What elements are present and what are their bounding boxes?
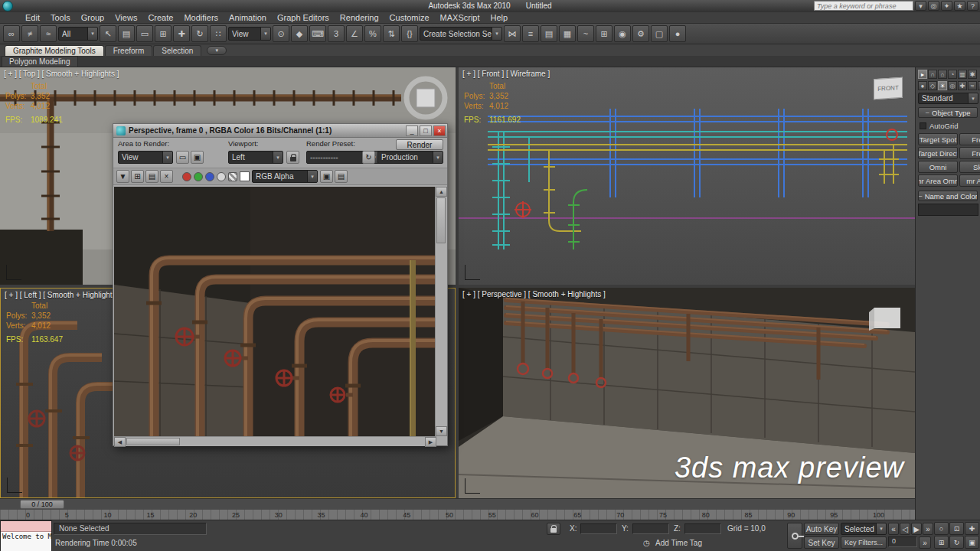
z-coordinate-field[interactable] xyxy=(684,523,721,534)
object-type-rollout[interactable]: −Object Type xyxy=(918,107,978,118)
zoom-region-icon[interactable]: ⊞ xyxy=(934,536,949,549)
orbit-icon[interactable]: ↻ xyxy=(949,536,964,549)
viewport-perspective[interactable]: [ + ] [ Perspective ] [ Smooth + Highlig… xyxy=(459,288,915,498)
vfb-extra-button-2[interactable]: ▤ xyxy=(335,170,348,183)
timeline-tick-label[interactable]: 40 xyxy=(360,511,368,519)
close-button[interactable]: × xyxy=(433,126,446,136)
viewport-front-label[interactable]: [ + ] [ Front ] [ Wireframe ] xyxy=(462,70,550,78)
save-image-icon[interactable]: ▼ xyxy=(116,170,129,183)
timeline-tick-label[interactable]: 60 xyxy=(531,511,539,519)
render-mode-dropdown[interactable]: Production xyxy=(377,151,443,164)
layer-manager-icon[interactable]: ▤ xyxy=(541,25,557,42)
timeline-tick-label[interactable]: 25 xyxy=(232,511,240,519)
use-pivot-point-icon[interactable]: ⊙ xyxy=(273,25,289,42)
favorites-star-icon[interactable]: ★ xyxy=(954,1,965,11)
timeline-tick-label[interactable]: 100 xyxy=(873,511,884,519)
select-and-rotate-icon[interactable]: ↻ xyxy=(191,25,208,42)
go-to-end-button[interactable]: » xyxy=(923,523,933,535)
tab-freeform[interactable]: Freeform xyxy=(105,45,153,56)
light-type-button[interactable]: Free xyxy=(959,133,980,145)
light-type-button[interactable]: Free xyxy=(959,147,980,159)
tab-selection[interactable]: Selection xyxy=(153,45,201,56)
menu-item[interactable]: MAXScript xyxy=(435,12,485,24)
timeline-tick-label[interactable]: 85 xyxy=(745,511,753,519)
rectangular-selection-icon[interactable]: ▭ xyxy=(136,25,153,42)
lock-viewport-icon[interactable] xyxy=(286,151,299,164)
object-name-field[interactable] xyxy=(918,204,978,216)
horizontal-scroll-thumb[interactable] xyxy=(126,438,180,445)
scroll-right-icon[interactable]: ▶ xyxy=(425,437,436,447)
light-type-button[interactable]: Target Direct xyxy=(918,147,958,159)
viewport-top-label[interactable]: [ + ] [ Top ] [ Smooth + Highlights ] xyxy=(4,70,119,78)
menu-item[interactable]: Group xyxy=(76,12,110,24)
timeline-tick-label[interactable]: 5 xyxy=(65,511,69,519)
pan-icon[interactable]: ✚ xyxy=(965,522,979,535)
timeline-tick-label[interactable]: 80 xyxy=(702,511,710,519)
named-selection-sets-dropdown[interactable]: Create Selection Se xyxy=(420,27,502,41)
geometry-category-icon[interactable]: ● xyxy=(918,81,927,90)
selection-filter-dropdown[interactable]: All xyxy=(58,27,98,41)
timeline-tick-label[interactable]: 20 xyxy=(189,511,197,519)
render-setup-icon[interactable]: ⚙ xyxy=(632,25,649,42)
scroll-down-icon[interactable]: ▼ xyxy=(436,426,447,436)
tab-polygon-modeling[interactable]: Polygon Modeling xyxy=(2,56,78,67)
unlink-selection-icon[interactable]: ≠ xyxy=(21,25,38,42)
menu-item[interactable]: Rendering xyxy=(335,12,384,24)
utilities-tab-icon[interactable]: ✱ xyxy=(968,70,977,79)
autogrid-checkbox[interactable] xyxy=(920,122,926,129)
spinner-snap-icon[interactable]: ⇅ xyxy=(383,25,400,42)
select-by-name-icon[interactable]: ▤ xyxy=(118,25,135,42)
set-key-mode-button[interactable] xyxy=(787,523,802,549)
reference-coordinate-dropdown[interactable]: View xyxy=(228,27,271,41)
go-to-start-button[interactable]: « xyxy=(888,523,899,535)
auto-region-icon[interactable]: ▣ xyxy=(191,151,204,164)
curve-editor-icon[interactable]: ~ xyxy=(577,25,594,42)
listener-pane[interactable]: Welcome to M. xyxy=(1,532,51,551)
modify-tab-icon[interactable]: ∩ xyxy=(928,70,937,79)
light-type-button[interactable]: Target Spot xyxy=(918,133,958,145)
viewport-front[interactable]: [ + ] [ Front ] [ Wireframe ] Total Poly… xyxy=(459,67,915,285)
schematic-view-icon[interactable]: ⊞ xyxy=(596,25,612,42)
rendered-frame-window[interactable]: Perspective, frame 0 , RGBA Color 16 Bit… xyxy=(113,123,448,446)
lights-category-icon[interactable]: ☀ xyxy=(938,81,947,90)
timeline-tick-label[interactable]: 15 xyxy=(146,511,154,519)
menu-item[interactable]: Modifiers xyxy=(178,12,224,24)
macro-recorder-pane[interactable] xyxy=(1,521,51,532)
selection-set-key-dropdown[interactable]: Selected xyxy=(841,523,887,535)
snaps-toggle-icon[interactable]: 3 xyxy=(328,25,345,42)
render-button[interactable]: Render xyxy=(396,139,443,150)
space-warps-category-icon[interactable]: ≈ xyxy=(968,81,977,90)
viewcube[interactable]: FRONT xyxy=(874,77,903,100)
angle-snap-icon[interactable]: ∠ xyxy=(346,25,363,42)
timeline-tick-label[interactable]: 45 xyxy=(403,511,410,519)
vertical-scrollbar[interactable]: ▲ ▼ xyxy=(435,187,446,436)
tab-graphite-modeling-tools[interactable]: Graphite Modeling Tools xyxy=(5,45,104,56)
timeline-tick-label[interactable]: 75 xyxy=(659,511,667,519)
timeline-tick-label[interactable]: 65 xyxy=(573,511,581,519)
minimize-button[interactable]: _ xyxy=(406,126,418,136)
blue-channel-icon[interactable] xyxy=(205,172,214,181)
window-crossing-icon[interactable]: ⊞ xyxy=(155,25,172,42)
bind-to-space-warp-icon[interactable]: ≈ xyxy=(40,25,57,42)
graphite-ribbon-toggle-icon[interactable]: ▦ xyxy=(559,25,576,42)
maximize-viewport-toggle-icon[interactable]: ▣ xyxy=(965,536,979,549)
ribbon-minimize-button[interactable]: ▾ xyxy=(207,46,227,55)
keyboard-override-icon[interactable]: ⌨ xyxy=(309,25,326,42)
render-history-icon[interactable]: ↻ xyxy=(362,151,375,164)
timeline-tick-label[interactable]: 70 xyxy=(616,511,624,519)
menu-item[interactable]: Animation xyxy=(224,12,272,24)
timeline-ruler[interactable]: 0510152025303540455055606570758085909510… xyxy=(0,509,915,520)
light-type-button[interactable]: mr Area Omni xyxy=(918,174,958,187)
name-and-color-rollout[interactable]: −Name and Color xyxy=(918,191,978,201)
percent-snap-icon[interactable]: % xyxy=(364,25,381,42)
timeline-tick-label[interactable]: 35 xyxy=(318,511,325,519)
key-filters-button[interactable]: Key Filters... xyxy=(841,536,887,549)
monochrome-channel-icon[interactable] xyxy=(217,172,226,181)
time-slider-handle[interactable]: 0 / 100 xyxy=(20,500,64,509)
background-color-swatch[interactable] xyxy=(240,171,250,181)
selection-lock-toggle[interactable] xyxy=(547,523,560,535)
menu-item[interactable]: Edit xyxy=(20,12,45,24)
rendered-frame-window-icon[interactable]: ▢ xyxy=(651,25,668,42)
viewport-dropdown[interactable]: Left xyxy=(228,151,283,164)
shapes-category-icon[interactable]: ◇ xyxy=(928,81,937,90)
